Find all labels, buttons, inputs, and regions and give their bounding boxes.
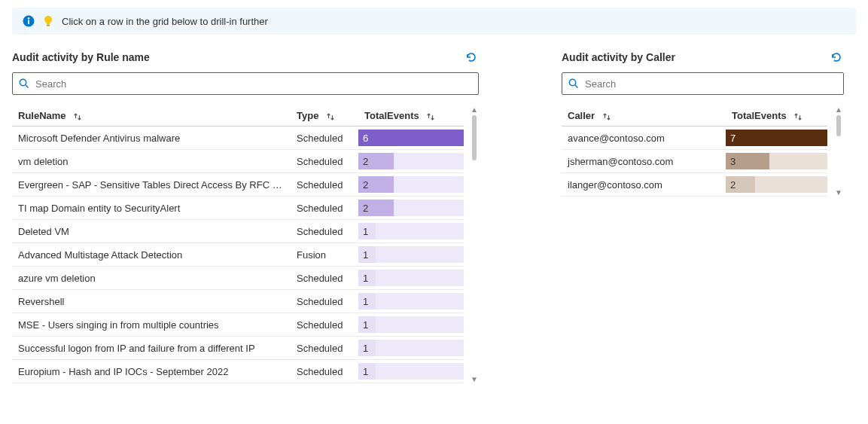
table-row[interactable]: jsherman@contoso.com3 xyxy=(562,150,827,173)
cell-totalevents: 1 xyxy=(358,267,464,290)
cell-type: Scheduled xyxy=(291,197,358,220)
svg-point-4 xyxy=(20,79,26,85)
svg-line-7 xyxy=(575,85,578,88)
svg-point-2 xyxy=(28,17,29,19)
cell-totalevents: 1 xyxy=(358,313,464,337)
sort-icon xyxy=(602,112,611,121)
panel-audit-by-caller: Audit activity by Caller Caller xyxy=(562,50,844,383)
table-row[interactable]: Deleted VMScheduled1 xyxy=(12,220,464,243)
col-header-totalevents[interactable]: TotalEvents xyxy=(358,105,464,127)
table-row[interactable]: TI map Domain entity to SecurityAlertSch… xyxy=(12,197,464,220)
sort-icon xyxy=(426,112,435,121)
scroll-thumb[interactable] xyxy=(836,115,841,136)
sort-icon xyxy=(326,112,335,121)
col-header-totalevents[interactable]: TotalEvents xyxy=(726,105,827,127)
cell-totalevents: 2 xyxy=(726,173,827,197)
lightbulb-icon xyxy=(42,15,54,27)
rule-table: RuleName Type TotalEvents xyxy=(12,105,464,383)
cell-totalevents: 2 xyxy=(358,197,464,220)
search-box[interactable] xyxy=(12,72,479,95)
col-header-type[interactable]: Type xyxy=(291,105,358,127)
table-row[interactable]: ilanger@contoso.com2 xyxy=(562,173,827,197)
table-row[interactable]: Advanced Multistage Attack DetectionFusi… xyxy=(12,243,464,267)
undo-button[interactable] xyxy=(829,50,844,65)
search-icon xyxy=(19,78,29,89)
cell-totalevents: 2 xyxy=(358,150,464,173)
cell-totalevents: 3 xyxy=(726,150,827,173)
info-text: Click on a row in the grid below to dril… xyxy=(62,16,268,27)
cell-totalevents: 1 xyxy=(358,360,464,383)
cell-totalevents: 1 xyxy=(358,243,464,267)
cell-caller: ilanger@contoso.com xyxy=(562,173,726,197)
cell-rulename: azure vm deletion xyxy=(12,267,291,290)
search-input[interactable] xyxy=(34,78,472,90)
svg-point-6 xyxy=(569,79,575,85)
cell-type: Scheduled xyxy=(291,313,358,337)
cell-type: Scheduled xyxy=(291,337,358,360)
cell-totalevents: 1 xyxy=(358,290,464,313)
table-row[interactable]: vm deletionScheduled2 xyxy=(12,150,464,173)
scrollbar[interactable]: ▲ ▼ xyxy=(470,105,479,383)
cell-rulename: MSE - Users singing in from multiple cou… xyxy=(12,313,291,337)
scroll-down-icon[interactable]: ▼ xyxy=(835,188,842,197)
table-row[interactable]: azure vm deletionScheduled1 xyxy=(12,267,464,290)
cell-rulename: Microsoft Defender Antivirus malware xyxy=(12,127,291,150)
panel-audit-by-rule: Audit activity by Rule name RuleName xyxy=(12,50,479,383)
caller-table: Caller TotalEvents avance@contoso.com7js… xyxy=(562,105,827,197)
svg-rect-3 xyxy=(47,25,50,26)
cell-rulename: vm deletion xyxy=(12,150,291,173)
cell-totalevents: 1 xyxy=(358,337,464,360)
sort-icon xyxy=(73,112,82,121)
sort-icon xyxy=(793,112,803,121)
table-row[interactable]: Evergreen - SAP - Sensitive Tables Direc… xyxy=(12,173,464,197)
scroll-up-icon[interactable]: ▲ xyxy=(835,105,842,114)
cell-type: Scheduled xyxy=(291,267,358,290)
cell-rulename: TI map Domain entity to SecurityAlert xyxy=(12,197,291,220)
cell-type: Scheduled xyxy=(291,127,358,150)
cell-caller: jsherman@contoso.com xyxy=(562,150,726,173)
panel-title: Audit activity by Caller xyxy=(562,51,675,63)
info-icon xyxy=(23,15,35,27)
cell-rulename: Advanced Multistage Attack Detection xyxy=(12,243,291,267)
table-row[interactable]: MSE - Users singing in from multiple cou… xyxy=(12,313,464,337)
table-row[interactable]: avance@contoso.com7 xyxy=(562,127,827,150)
table-row[interactable]: Europium - Hash and IP IOCs - September … xyxy=(12,360,464,383)
cell-rulename: Europium - Hash and IP IOCs - September … xyxy=(12,360,291,383)
cell-totalevents: 1 xyxy=(358,220,464,243)
table-row[interactable]: Microsoft Defender Antivirus malwareSche… xyxy=(12,127,464,150)
cell-totalevents: 6 xyxy=(358,127,464,150)
col-header-rulename[interactable]: RuleName xyxy=(12,105,291,127)
cell-type: Scheduled xyxy=(291,290,358,313)
cell-type: Scheduled xyxy=(291,360,358,383)
scroll-up-icon[interactable]: ▲ xyxy=(471,105,478,114)
table-row[interactable]: Successful logon from IP and failure fro… xyxy=(12,337,464,360)
search-input[interactable] xyxy=(583,78,837,90)
panel-title: Audit activity by Rule name xyxy=(12,51,150,63)
search-icon xyxy=(568,78,579,89)
cell-rulename: Evergreen - SAP - Sensitive Tables Direc… xyxy=(12,173,291,197)
info-bar: Click on a row in the grid below to dril… xyxy=(12,8,856,35)
search-box[interactable] xyxy=(562,72,844,95)
cell-totalevents: 2 xyxy=(358,173,464,197)
cell-totalevents: 7 xyxy=(726,127,827,150)
col-header-caller[interactable]: Caller xyxy=(562,105,726,127)
cell-type: Fusion xyxy=(291,243,358,267)
undo-button[interactable] xyxy=(464,50,479,65)
scrollbar[interactable]: ▲ ▼ xyxy=(833,105,844,197)
cell-rulename: Revershell xyxy=(12,290,291,313)
scroll-thumb[interactable] xyxy=(472,115,477,160)
svg-line-5 xyxy=(26,85,29,88)
cell-rulename: Successful logon from IP and failure fro… xyxy=(12,337,291,360)
scroll-down-icon[interactable]: ▼ xyxy=(471,375,478,383)
cell-caller: avance@contoso.com xyxy=(562,127,726,150)
cell-type: Scheduled xyxy=(291,220,358,243)
cell-type: Scheduled xyxy=(291,150,358,173)
cell-type: Scheduled xyxy=(291,173,358,197)
table-row[interactable]: RevershellScheduled1 xyxy=(12,290,464,313)
cell-rulename: Deleted VM xyxy=(12,220,291,243)
svg-rect-1 xyxy=(28,20,29,25)
